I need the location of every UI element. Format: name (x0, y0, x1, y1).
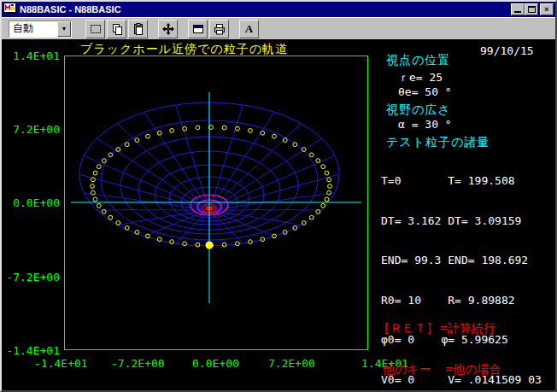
particle-line: END= 99.3 END= 198.692 (381, 254, 542, 267)
properties-button[interactable] (188, 20, 208, 38)
dashed-rect-icon (90, 23, 102, 35)
key-prompt: [ＲＥＴ] =計算続行 他のキー =他の場合 (383, 294, 501, 390)
paste-icon (132, 23, 144, 35)
graphics-screen: ブラックホール近傍での粒子の軌道 99/10/15 1.4E+01 7.2E+0… (2, 39, 555, 390)
x-axis-label: 0.0E+00 (192, 357, 239, 370)
title-bar[interactable]: N88BASIC - N88BASIC × (2, 2, 555, 17)
copy-icon (111, 23, 123, 35)
paste-button[interactable] (128, 20, 148, 38)
copy-button[interactable] (107, 20, 126, 38)
app-window: N88BASIC - N88BASIC × 自動 ▼ (0, 0, 557, 392)
mode-select-value: 自動 (9, 21, 57, 36)
viewpoint-header: 視点の位置 (386, 53, 450, 68)
toolbar: 自動 ▼ (2, 17, 555, 39)
x-axis-label: 7.2E+00 (268, 357, 315, 370)
app-icon (3, 2, 17, 17)
printer-icon (214, 23, 226, 35)
date-label: 99/10/15 (480, 44, 534, 57)
fov-alpha: α = 30 ° (398, 118, 452, 131)
x-axis-label: -1.4E+01 (34, 357, 88, 370)
prompt-line: 他のキー =他の場合 (383, 362, 501, 376)
close-icon: × (544, 5, 548, 14)
fit-window-button[interactable] (158, 20, 178, 38)
y-axis-label: -1.4E+01 (3, 344, 60, 357)
minimize-button[interactable] (511, 3, 525, 15)
maximize-button[interactable] (525, 3, 538, 15)
viewpoint-r: ｒe= 25 (398, 70, 443, 85)
chevron-down-icon[interactable]: ▼ (57, 21, 71, 37)
select-region-button[interactable] (85, 20, 105, 38)
particle-line: T=0 T= 199.508 (381, 174, 542, 188)
y-axis-label: -7.2E+00 (3, 271, 60, 284)
y-axis-label: 7.2E+00 (3, 123, 60, 136)
x-axis-label: -7.2E+00 (111, 357, 165, 370)
prompt-line: [ＲＥＴ] =計算続行 (383, 321, 501, 335)
four-arrows-icon (162, 23, 174, 35)
window-title: N88BASIC - N88BASIC (20, 4, 508, 15)
print-button[interactable] (209, 20, 229, 38)
font-button-label: A (245, 22, 253, 36)
particle-line: DT= 3.162 DT= 3.09159 (381, 214, 542, 228)
minimize-icon (514, 11, 521, 13)
orbit-plot (64, 56, 368, 350)
y-axis-label: 0.0E+00 (3, 196, 60, 209)
maximize-icon (528, 6, 536, 13)
mode-select[interactable]: 自動 ▼ (9, 20, 72, 38)
font-button[interactable]: A (239, 20, 259, 38)
window-icon (192, 23, 204, 35)
y-axis-label: 1.4E+01 (3, 50, 60, 62)
close-button[interactable]: × (540, 3, 554, 15)
viewpoint-theta: θe= 50 ° (398, 85, 452, 98)
fov-header: 視野の広さ (386, 102, 451, 118)
